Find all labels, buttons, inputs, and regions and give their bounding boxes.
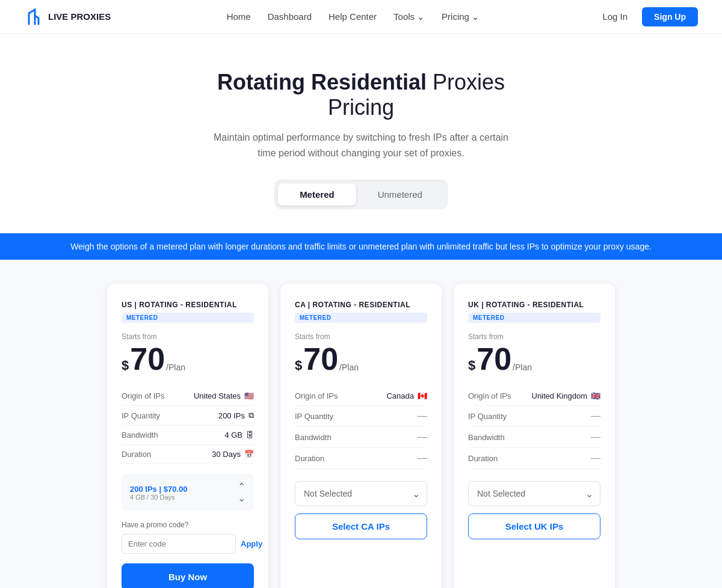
logo-text: LIVE PROXIES bbox=[48, 11, 111, 22]
uk-dropdown-wrapper: Not Selected ⌄ bbox=[468, 481, 600, 506]
us-badge: METERED bbox=[122, 313, 254, 323]
plan-toggle: Metered Unmetered bbox=[274, 180, 448, 209]
ca-card-header: CA | ROTATING - RESIDENTIAL bbox=[295, 301, 427, 309]
ca-badge: METERED bbox=[295, 313, 427, 323]
logo[interactable]: LIVE PROXIES bbox=[24, 7, 111, 26]
us-origin-row: Origin of IPs United States 🇺🇸 bbox=[122, 387, 254, 406]
ca-bandwidth-row: Bandwidth — bbox=[295, 427, 427, 448]
calendar-icon: 📅 bbox=[244, 450, 254, 459]
metered-tab[interactable]: Metered bbox=[278, 183, 356, 206]
us-duration-row: Duration 30 Days 📅 bbox=[122, 445, 254, 464]
tools-chevron-icon: ⌄ bbox=[417, 11, 425, 22]
ca-quantity-row: IP Quantity — bbox=[295, 406, 427, 427]
ca-origin-row: Origin of IPs Canada 🇨🇦 bbox=[295, 387, 427, 406]
us-bandwidth-row: Bandwidth 4 GB 🗄 bbox=[122, 426, 254, 445]
nav-link-help[interactable]: Help Center bbox=[329, 11, 377, 22]
ca-card: CA | ROTATING - RESIDENTIAL METERED Star… bbox=[280, 284, 442, 588]
info-banner: Weigh the options of a metered plan with… bbox=[0, 233, 722, 260]
uk-card: UK | ROTATING - RESIDENTIAL METERED Star… bbox=[454, 284, 615, 588]
us-price-plan: /Plan bbox=[166, 363, 185, 372]
promo-input[interactable] bbox=[122, 534, 236, 554]
ca-duration-row: Duration — bbox=[295, 448, 427, 469]
promo-section: Have a promo code? Apply bbox=[122, 521, 254, 554]
nav-link-pricing[interactable]: Pricing ⌄ bbox=[442, 11, 480, 22]
ca-flag: 🇨🇦 bbox=[418, 391, 427, 400]
uk-select-button[interactable]: Select UK IPs bbox=[468, 513, 600, 539]
nav-actions: Log In Sign Up bbox=[595, 7, 698, 26]
us-plan-selector[interactable]: 200 IPs | $70.00 4 GB / 30 Days ⌃⌄ bbox=[122, 474, 254, 511]
us-flag: 🇺🇸 bbox=[244, 391, 254, 400]
nav-link-dashboard[interactable]: Dashboard bbox=[268, 11, 312, 22]
nav-link-home[interactable]: Home bbox=[227, 11, 251, 22]
ca-dropdown-wrapper: Not Selected ⌄ bbox=[295, 481, 427, 506]
pricing-chevron-icon: ⌄ bbox=[472, 11, 480, 22]
uk-duration-row: Duration — bbox=[468, 448, 600, 469]
uk-badge: METERED bbox=[468, 313, 600, 323]
ca-plan-dropdown[interactable]: Not Selected bbox=[295, 481, 427, 506]
pricing-cards: US | ROTATING - RESIDENTIAL METERED Star… bbox=[0, 260, 722, 588]
login-button[interactable]: Log In bbox=[595, 8, 635, 25]
unmetered-tab[interactable]: Unmetered bbox=[356, 183, 444, 206]
signup-button[interactable]: Sign Up bbox=[642, 7, 698, 26]
uk-origin-row: Origin of IPs United Kingdom 🇬🇧 bbox=[468, 387, 600, 406]
nav-links: Home Dashboard Help Center Tools ⌄ Prici… bbox=[227, 11, 480, 22]
ca-select-button[interactable]: Select CA IPs bbox=[295, 513, 427, 539]
db-icon: 🗄 bbox=[246, 430, 254, 439]
uk-plan-dropdown[interactable]: Not Selected bbox=[468, 481, 600, 506]
ca-price: 70 bbox=[303, 343, 338, 375]
us-price-dollar: $ bbox=[122, 359, 129, 372]
uk-bandwidth-row: Bandwidth — bbox=[468, 427, 600, 448]
selector-chevron-icon: ⌃⌄ bbox=[238, 481, 245, 504]
uk-flag: 🇬🇧 bbox=[591, 391, 600, 400]
uk-price: 70 bbox=[477, 343, 511, 375]
copy-icon: ⧉ bbox=[248, 411, 254, 420]
hero-description: Maintain optimal performance by switchin… bbox=[205, 130, 517, 161]
us-quantity-row: IP Quantity 200 IPs ⧉ bbox=[122, 406, 254, 426]
us-price: 70 bbox=[130, 343, 165, 375]
page-title: Rotating Residential Proxies Pricing bbox=[12, 70, 710, 120]
navbar: LIVE PROXIES Home Dashboard Help Center … bbox=[0, 0, 722, 34]
buy-now-button[interactable]: Buy Now bbox=[122, 563, 254, 588]
uk-card-header: UK | ROTATING - RESIDENTIAL bbox=[468, 301, 600, 309]
promo-apply-button[interactable]: Apply bbox=[241, 534, 262, 554]
uk-quantity-row: IP Quantity — bbox=[468, 406, 600, 427]
nav-link-tools[interactable]: Tools ⌄ bbox=[393, 11, 425, 22]
us-card: US | ROTATING - RESIDENTIAL METERED Star… bbox=[107, 284, 268, 588]
hero-section: Rotating Residential Proxies Pricing Mai… bbox=[0, 34, 722, 233]
us-card-header: US | ROTATING - RESIDENTIAL bbox=[122, 301, 254, 309]
